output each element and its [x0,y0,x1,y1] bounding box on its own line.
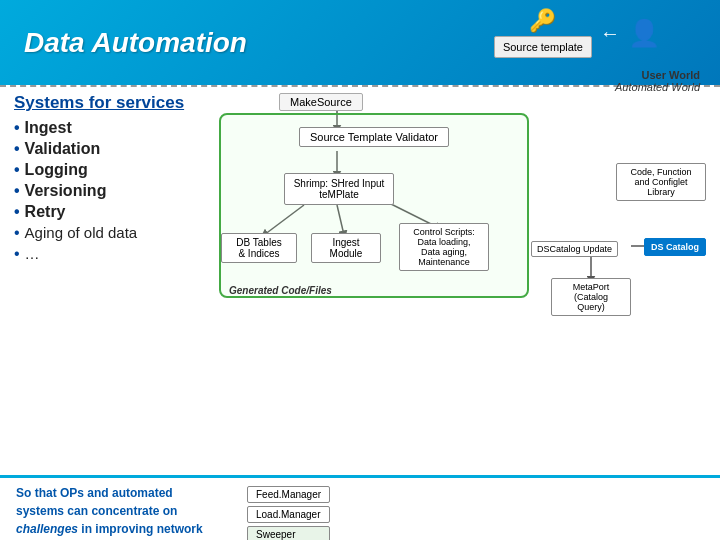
ingest-box: Ingest Module [311,233,381,263]
user-figure-icon: 👤 [628,18,660,49]
stv-label: Source Template Validator [310,131,438,143]
challenges-text: challenges [16,522,78,536]
list-item: … [14,245,209,263]
db-tables-box: DB Tables & Indices [221,233,297,263]
bullet-list: Ingest Validation Logging Versioning Ret… [14,119,209,263]
list-item: Aging of old data [14,224,209,242]
left-column: Systems for services Ingest Validation L… [14,93,209,471]
feed-manager-box: Feed.Manager [247,486,330,503]
source-template-label: Source template [503,41,583,53]
ds-catalog-update-box: DSCatalog Update [531,241,618,257]
metaport-box: MetaPort (Catalog Query) [551,278,631,316]
ingest-label: Ingest [332,237,359,248]
bottom-section: So that OPs and automated systems can co… [0,475,720,540]
generated-code-label: Generated Code/Files [229,285,332,296]
bottom-text-area: So that OPs and automated systems can co… [16,484,211,540]
make-source-box: MakeSource [279,93,363,111]
center-diagram: MakeSource Source Template Validator Shr… [219,93,521,471]
load-manager-box: Load.Manager [247,506,330,523]
source-template-box: Source template [494,36,592,58]
bottom-paragraph: So that OPs and automated systems can co… [16,484,211,540]
diagram-wrapper: MakeSource Source Template Validator Shr… [219,93,521,471]
key-icon: 🔑 [529,8,556,34]
ds-catalog-box: DS Catalog [644,238,706,256]
list-item: Ingest [14,119,209,137]
arrow-icon: ← [600,22,620,45]
db-tables-label: DB Tables [236,237,281,248]
stv-box: Source Template Validator [299,127,449,147]
systems-title: Systems for services [14,93,209,113]
main-content: Systems for services Ingest Validation L… [0,85,720,475]
sweeper-box: Sweeper (data aging) [247,526,330,540]
list-item: Versioning [14,182,209,200]
cfl-box: Code, Function and Configlet Library [616,163,706,201]
control-scripts-box: Control Scripts: Data loading, Data agin… [399,223,489,271]
make-source-label: MakeSource [290,96,352,108]
user-world-label: User World [642,69,700,81]
shrimp-label: Shrimp: SHred Input teMPlate [294,178,385,200]
source-template-area: 🔑 Source template ← 👤 [494,8,660,58]
list-item: Validation [14,140,209,158]
shrimp-box: Shrimp: SHred Input teMPlate [284,173,394,205]
header: Data Automation 🔑 Source template ← 👤 [0,0,720,85]
bottom-right-boxes: Feed.Manager Load.Manager Sweeper (data … [247,486,330,540]
right-column: Code, Function and Configlet Library DSC… [531,93,706,471]
page-title: Data Automation [24,27,247,59]
list-item: Retry [14,203,209,221]
list-item: Logging [14,161,209,179]
